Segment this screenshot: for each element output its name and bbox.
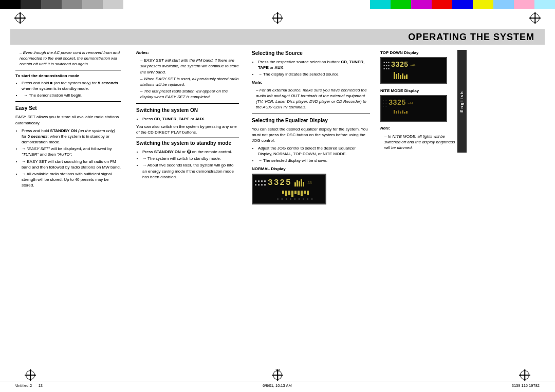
swatch-gray4	[103, 0, 123, 9]
standby-item-1: Press STANDBY ON or ⏻ on the remote cont…	[142, 149, 239, 155]
intro-list: Even though the AC power cord is removed…	[15, 50, 121, 67]
switching-standby-list: Press STANDBY ON or ⏻ on the remote cont…	[136, 149, 239, 180]
footer-date: 6/8/01, 10:13 AM	[263, 383, 292, 388]
selecting-source-list: Press the respective source selection bu…	[252, 59, 370, 78]
normal-display-label: NORMAL Display	[252, 166, 370, 172]
nite-mode-display-image: · · · · · · · · · 3325 ≈44	[380, 95, 447, 122]
standby-item-3: → About five seconds later, the system w…	[142, 162, 239, 180]
nite-mode-display-title: NITE MODE Display	[380, 88, 457, 94]
notes-label: Notes:	[136, 50, 239, 55]
switching-on-text: You can also switch on the system by pre…	[136, 124, 239, 135]
page-title: OPERATING THE SYSTEM	[408, 32, 534, 43]
source-note-label: Note:	[252, 80, 370, 85]
source-item-2: → The display indicates the selected sou…	[258, 71, 370, 77]
reg-mark-right	[530, 13, 540, 23]
header-bar: OPERATING THE SYSTEM	[10, 29, 545, 45]
easy-set-item-2: → "EASY SET" will be displayed, and foll…	[22, 146, 121, 157]
registration-marks-bottom	[0, 369, 555, 381]
swatch-red	[432, 0, 452, 9]
easy-set-item-3: → EASY SET will start searching for all …	[22, 159, 121, 170]
selecting-source-title: Selecting the Source	[252, 50, 370, 57]
nite-mode-bars	[383, 110, 444, 114]
reg-mark-bottom-right	[520, 370, 529, 380]
eq-item-1: Adjust the JOG control to select the des…	[258, 145, 370, 157]
swatch-gray1	[41, 0, 62, 9]
swatch-blue	[452, 0, 473, 9]
equalizer-text: You can select the desired equalizer dis…	[252, 126, 370, 144]
main-content: Even though the AC power cord is removed…	[0, 45, 555, 212]
color-strip-top	[0, 0, 555, 9]
easy-set-list: Press and hold STANDBY ON (on the system…	[15, 128, 121, 189]
easy-set-item-4: → All available radio stations with suff…	[22, 171, 121, 189]
switching-standby-title: Switching the system to standby mode	[136, 140, 239, 147]
note-2: When EASY SET is used, all previously st…	[140, 76, 239, 87]
source-item-1: Press the respective source selection bu…	[258, 59, 370, 70]
top-down-display-image: ■ ■ ■ ■ ■ ■ ■ ■ ■ 3325 ≈44	[380, 57, 447, 84]
registration-marks-top	[0, 9, 555, 27]
swatch-cyan	[370, 0, 391, 9]
notes-list: EASY SET will start with the FM band, if…	[136, 58, 239, 100]
switching-on-list: Press CD, TUNER, TAPE or AUX.	[136, 116, 239, 122]
note-3: The last preset radio station will appea…	[140, 88, 239, 100]
nite-note-label: Note:	[380, 126, 457, 132]
easy-set-item-1: Press and hold STANDBY ON (on the system…	[22, 128, 121, 145]
equalizer-title: Selecting the Equalizer Display	[252, 117, 370, 124]
color-strip-right	[278, 0, 555, 9]
swatch-gray2	[62, 0, 82, 9]
demo-item-2: The demonstration will begin.	[22, 92, 121, 98]
swatch-dark-gray	[21, 0, 41, 9]
reg-mark-left	[15, 13, 25, 23]
color-strip-left	[0, 0, 278, 9]
swatch-green	[391, 0, 411, 9]
note-1: EASY SET will start with the FM band, if…	[140, 58, 239, 75]
nite-note-1: In NITE MODE, all lights will be switche…	[384, 134, 457, 151]
source-note-1: For an external source, make sure you ha…	[256, 87, 370, 110]
swatch-light-cyan	[534, 0, 555, 9]
source-note-list: For an external source, make sure you ha…	[252, 87, 370, 110]
nite-note-list: In NITE MODE, all lights will be switche…	[380, 134, 457, 151]
demo-section-title: To start the demonstration mode	[15, 73, 121, 79]
swatch-pink	[514, 0, 534, 9]
demo-item-1: Press and hold ■ (on the system only) fo…	[22, 80, 121, 91]
normal-display-image: ■ ■ ■ ■ ■ ■ ■ ■ 3325 44	[252, 174, 326, 204]
eq-bars	[269, 191, 309, 197]
footer-doc-number: 3139 116 19782	[512, 383, 540, 388]
switching-on-item-1: Press CD, TUNER, TAPE or AUX.	[142, 116, 239, 122]
demo-arrow-1: The demonstration will begin.	[24, 92, 121, 98]
reg-mark-center	[273, 13, 282, 23]
swatch-magenta	[411, 0, 432, 9]
footer-page: 13	[39, 383, 43, 388]
eq-item-2: → The selected display will be shown.	[258, 158, 370, 163]
display-number: 3325	[268, 177, 291, 189]
switching-on-title: Switching the system ON	[136, 107, 239, 114]
reg-mark-bottom-left	[26, 370, 35, 380]
language-sidebar: English	[457, 50, 467, 153]
top-down-display-title: TOP DOWN Display	[380, 50, 457, 55]
reg-mark-bottom-center	[273, 370, 282, 380]
language-label: English	[459, 90, 465, 113]
swatch-light-blue	[493, 0, 514, 9]
top-down-bars	[383, 72, 444, 79]
footer: Untitled-2 13 6/8/01, 10:13 AM 3139 116 …	[0, 382, 555, 388]
display-row-top: ■ ■ ■ ■ ■ ■ ■ ■ 3325 44	[255, 177, 323, 189]
column-right: Selecting the Source Press the respectiv…	[247, 50, 375, 207]
standby-item-2: → The system will switch to standby mode…	[142, 156, 239, 161]
column-left: Even though the AC power cord is removed…	[15, 50, 128, 207]
swatch-gray3	[82, 0, 103, 9]
footer-filename: Untitled-2	[15, 383, 32, 388]
footer-content: Untitled-2 13 6/8/01, 10:13 AM 3139 116 …	[15, 382, 540, 388]
easy-set-intro: EASY SET allows you to store all availab…	[15, 114, 121, 125]
swatch-black	[0, 0, 21, 9]
notes-title: Notes:	[136, 50, 149, 55]
footer-left: Untitled-2 13	[15, 383, 43, 388]
easy-set-title: Easy Set	[15, 105, 121, 112]
column-middle: Notes: EASY SET will start with the FM b…	[128, 50, 247, 207]
column-far-right: TOP DOWN Display ■ ■ ■ ■ ■ ■ ■ ■ ■ 3325 …	[375, 50, 457, 207]
equalizer-list: Adjust the JOG control to select the des…	[252, 145, 370, 164]
demo-list: Press and hold ■ (on the system only) fo…	[15, 80, 121, 99]
swatch-yellow	[473, 0, 493, 9]
intro-item-1: Even though the AC power cord is removed…	[20, 50, 121, 67]
